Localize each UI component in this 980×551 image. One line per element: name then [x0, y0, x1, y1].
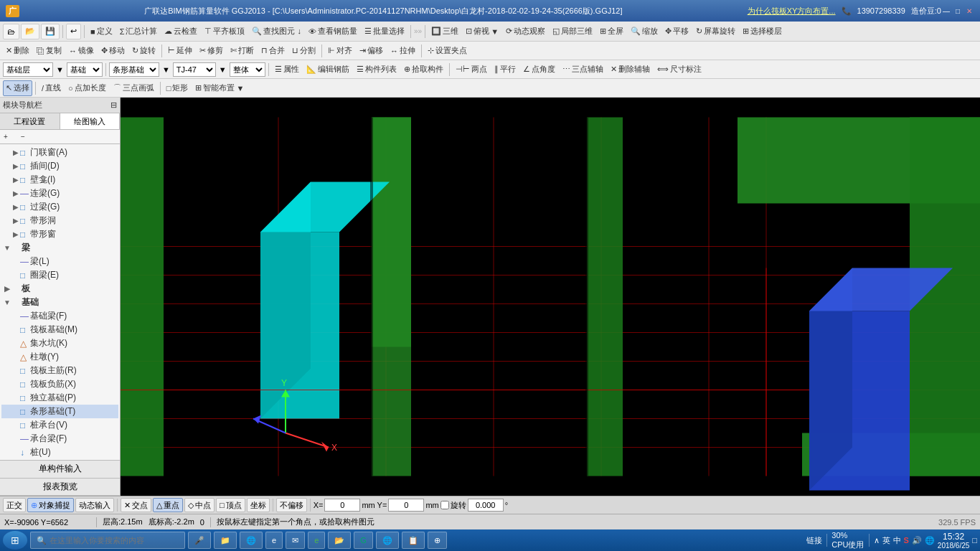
taskbar-file-manager[interactable]: 📁	[214, 532, 237, 549]
tree-item-pile-cap[interactable]: □ 桩承台(V)	[1, 418, 118, 432]
toolbar-define[interactable]: ■ 定义	[88, 24, 116, 39]
tree-item-niche[interactable]: ▶ □ 壁龛(I)	[1, 173, 118, 187]
snap-no-offset[interactable]: 不偏移	[276, 498, 307, 512]
report-preview-btn[interactable]: 报表预览	[0, 479, 120, 496]
close-button[interactable]: ✕	[964, 6, 974, 16]
tree-item-door-window[interactable]: ▶ □ 门联窗(A)	[1, 146, 118, 159]
toolbar-dynamic-observe[interactable]: ⟳ 动态观察	[503, 24, 548, 39]
snap-object[interactable]: ⊕ 对象捕捉	[27, 498, 74, 512]
toolbar-align-top[interactable]: ⊤ 平齐板顶	[202, 24, 248, 39]
maximize-button[interactable]: □	[953, 6, 963, 16]
toolbar-rotate-screen[interactable]: ↻ 屏幕旋转	[693, 24, 738, 39]
taskbar-search[interactable]: 🔍	[30, 532, 185, 549]
draw-line[interactable]: / 直线	[39, 80, 64, 96]
taskbar-app1[interactable]: 🌐	[376, 532, 399, 549]
toolbar-summary[interactable]: Σ 汇总计算	[117, 24, 161, 39]
code-select[interactable]: TJ-47	[173, 62, 216, 77]
toolbar-pan[interactable]: ✥ 平移	[662, 24, 692, 39]
draw-point-length[interactable]: ○ 点加长度	[65, 80, 109, 96]
y-input[interactable]	[388, 499, 424, 512]
tree-item-pit[interactable]: △ 集水坑(K)	[1, 336, 118, 350]
single-component-btn[interactable]: 单构件输入	[0, 461, 120, 479]
toolbar-select-floor[interactable]: ⊞ 选择楼层	[740, 24, 785, 39]
toolbar-local-3d[interactable]: ◱ 局部三维	[550, 24, 595, 39]
toolbar-batch-select[interactable]: ☰ 批量选择	[362, 24, 407, 39]
tree-item-liang[interactable]: — 梁(L)	[1, 255, 118, 268]
snap-coord[interactable]: 坐标	[247, 498, 270, 512]
draw-3pt-arc[interactable]: ⌒ 三点画弧	[110, 80, 157, 96]
toolbar-find-elem[interactable]: 🔍 查找图元 ↓	[249, 24, 304, 39]
tree-item-band-hole[interactable]: ▶ □ 带形洞	[1, 214, 118, 227]
tree-group-slab[interactable]: ▶ 板	[1, 282, 118, 296]
panel-collapse[interactable]: ⊟	[110, 100, 117, 110]
tool-break[interactable]: ✄ 打断	[227, 43, 257, 59]
toolbar-3d[interactable]: 🔲 三维	[428, 24, 461, 39]
taskbar-glj[interactable]: G	[354, 532, 373, 549]
x-input[interactable]	[324, 499, 360, 512]
tray-up-icon[interactable]: ∧	[874, 536, 880, 545]
shape-select[interactable]: 条形基础	[109, 62, 159, 77]
tool-parallel[interactable]: ∥ 平行	[491, 62, 519, 77]
tool-two-point[interactable]: ⊣⊢ 两点	[453, 62, 490, 77]
rotate-checkbox[interactable]	[440, 501, 449, 509]
toolbar-new[interactable]: 🗁	[3, 24, 19, 39]
tool-pick[interactable]: ⊕ 拾取构件	[401, 62, 446, 77]
tool-stretch[interactable]: ↔ 拉伸	[387, 43, 418, 59]
tree-tool-add[interactable]: +	[1, 129, 17, 145]
taskbar-app2[interactable]: 📋	[402, 532, 425, 549]
tool-align[interactable]: ⊩ 对齐	[325, 43, 355, 59]
tool-rotate[interactable]: ↻ 旋转	[129, 43, 159, 59]
taskbar-mail[interactable]: ✉	[286, 532, 305, 549]
snap-ortho[interactable]: 正交	[3, 498, 26, 512]
tree-item-quan-liang[interactable]: □ 圈梁(E)	[1, 268, 118, 282]
tool-merge[interactable]: ⊓ 合并	[258, 43, 288, 59]
toolbar-zoom[interactable]: 🔍 缩放	[628, 24, 661, 39]
tab-draw-input[interactable]: 绘图输入	[60, 113, 121, 129]
toolbar-fullscreen[interactable]: ⊞ 全屏	[597, 24, 626, 39]
minimize-button[interactable]: —	[941, 6, 951, 16]
tree-item-foundation-beam[interactable]: — 基础梁(F)	[1, 309, 118, 323]
tray-network[interactable]: 🌐	[925, 536, 935, 545]
taskbar-ie[interactable]: e	[265, 532, 283, 549]
tree-tool-minus[interactable]: −	[19, 129, 34, 145]
tree-item-pile[interactable]: ↓ 桩(U)	[1, 446, 118, 459]
tool-3pt-aux[interactable]: ⋯ 三点辅轴	[560, 62, 606, 77]
toolbar-open[interactable]: 📂	[21, 24, 39, 39]
taskbar-mic[interactable]: 🎤	[188, 532, 211, 549]
tree-item-raft-main-bar[interactable]: □ 筏板主筋(R)	[1, 364, 118, 377]
tool-copy[interactable]: ⿻ 复制	[34, 43, 65, 59]
tree-item-cap-beam[interactable]: — 承台梁(F)	[1, 432, 118, 446]
tree-item-lian-liang[interactable]: ▶ — 连梁(G)	[1, 187, 118, 200]
3d-viewport[interactable]: X Y	[121, 98, 980, 496]
toolbar-view-steel[interactable]: 👁 查看钢筋量	[306, 24, 360, 39]
tool-mirror[interactable]: ↔ 镜像	[66, 43, 97, 59]
toolbar-top-view[interactable]: ⊡ 俯视 ▼	[463, 24, 501, 39]
tree-item-strip-foundation[interactable]: □ 条形基础(T)	[1, 405, 118, 418]
layer-type-select[interactable]: 基础	[67, 62, 103, 77]
snap-center[interactable]: ◇ 中点	[184, 498, 215, 512]
tree-item-independent[interactable]: □ 独立基础(P)	[1, 391, 118, 405]
draw-rect[interactable]: □ 矩形	[164, 80, 192, 96]
tool-extend[interactable]: ⊢ 延伸	[165, 43, 195, 59]
toolbar-cloud-check[interactable]: ☁ 云检查	[161, 24, 200, 39]
snap-vertex[interactable]: □ 顶点	[216, 498, 245, 512]
toolbar-undo[interactable]: ↩	[66, 24, 81, 39]
tool-move[interactable]: ✥ 移动	[98, 43, 128, 59]
tree-item-col-pier[interactable]: △ 柱墩(Y)	[1, 350, 118, 364]
help-question[interactable]: 为什么筏板XY方向布置...	[748, 6, 836, 17]
tree-item-insert[interactable]: ▶ □ 插间(D)	[1, 159, 118, 173]
taskbar-app3[interactable]: ⊕	[428, 532, 447, 549]
tool-split[interactable]: ⊔ 分割	[289, 43, 319, 59]
tree-item-raft-neg-bar[interactable]: □ 筏板负筋(X)	[1, 377, 118, 391]
tray-speaker[interactable]: 🔊	[912, 536, 922, 545]
tool-point-angle[interactable]: ∠ 点角度	[520, 62, 558, 77]
view-select[interactable]: 整体	[230, 62, 265, 77]
tool-delete[interactable]: ✕ 删除	[3, 43, 32, 59]
tree-item-guo-liang[interactable]: ▶ □ 过梁(G)	[1, 200, 118, 214]
tool-component-list[interactable]: ☰ 构件列表	[354, 62, 400, 77]
draw-select[interactable]: ↖ 选择	[3, 80, 32, 96]
snap-midpoint[interactable]: △ 重点	[153, 498, 183, 512]
toolbar-save[interactable]: 💾	[41, 24, 60, 39]
tree-item-raft[interactable]: □ 筏板基础(M)	[1, 323, 118, 336]
snap-intersection[interactable]: ✕ 交点	[121, 498, 151, 512]
